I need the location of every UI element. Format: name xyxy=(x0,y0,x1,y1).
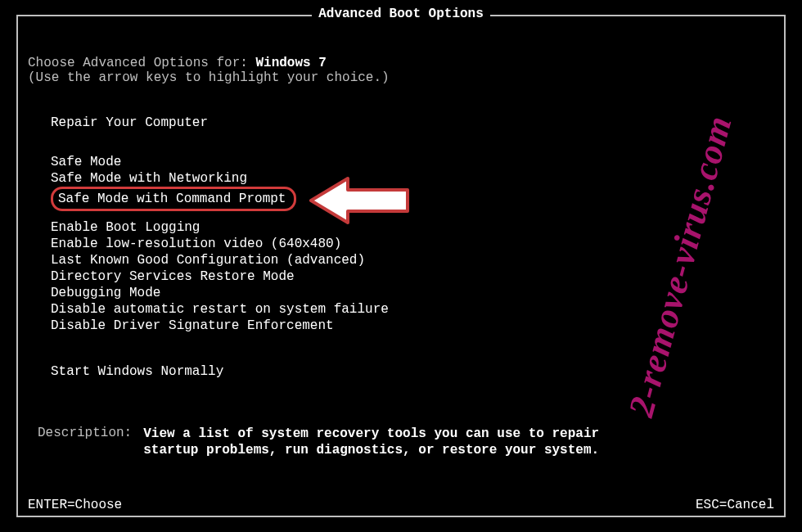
description-block: Description: View a list of system recov… xyxy=(28,426,774,458)
menu-item-disable-restart[interactable]: Disable automatic restart on system fail… xyxy=(51,301,774,318)
os-name: Windows 7 xyxy=(255,56,326,70)
menu-group-advanced: Enable Boot Logging Enable low-resolutio… xyxy=(28,219,774,334)
menu-item-repair[interactable]: Repair Your Computer xyxy=(51,115,774,131)
boot-options-frame: Advanced Boot Options Choose Advanced Op… xyxy=(16,15,786,517)
title-bar: Advanced Boot Options xyxy=(18,7,784,21)
menu-item-disable-sig[interactable]: Disable Driver Signature Enforcement xyxy=(51,318,774,334)
menu-item-low-res[interactable]: Enable low-resolution video (640x480) xyxy=(51,236,774,252)
footer-enter: ENTER=Choose xyxy=(28,498,122,512)
description-label: Description: xyxy=(38,426,132,458)
menu-item-start-normally[interactable]: Start Windows Normally xyxy=(51,363,774,380)
menu-group-normal: Start Windows Normally xyxy=(28,363,774,380)
content-area: Choose Advanced Options for: Windows 7 (… xyxy=(18,16,784,458)
footer-bar: ENTER=Choose ESC=Cancel xyxy=(28,498,774,512)
menu-item-safe-mode[interactable]: Safe Mode xyxy=(51,154,774,170)
menu-group-repair: Repair Your Computer xyxy=(28,115,774,131)
highlighted-wrap: Safe Mode with Command Prompt xyxy=(51,187,296,211)
menu-item-ds-restore[interactable]: Directory Services Restore Mode xyxy=(51,268,774,285)
footer-esc: ESC=Cancel xyxy=(696,498,774,512)
arrow-left-icon xyxy=(303,172,417,233)
description-text: View a list of system recovery tools you… xyxy=(143,426,602,458)
page-title: Advanced Boot Options xyxy=(312,7,490,21)
menu-item-debugging[interactable]: Debugging Mode xyxy=(51,285,774,301)
menu-item-last-known-good[interactable]: Last Known Good Configuration (advanced) xyxy=(51,252,774,268)
choose-prefix: Choose Advanced Options for: xyxy=(28,56,255,70)
choose-line: Choose Advanced Options for: Windows 7 xyxy=(28,56,774,70)
arrow-key-hint: (Use the arrow keys to highlight your ch… xyxy=(28,70,774,85)
menu-item-safe-cmd[interactable]: Safe Mode with Command Prompt xyxy=(51,187,296,211)
